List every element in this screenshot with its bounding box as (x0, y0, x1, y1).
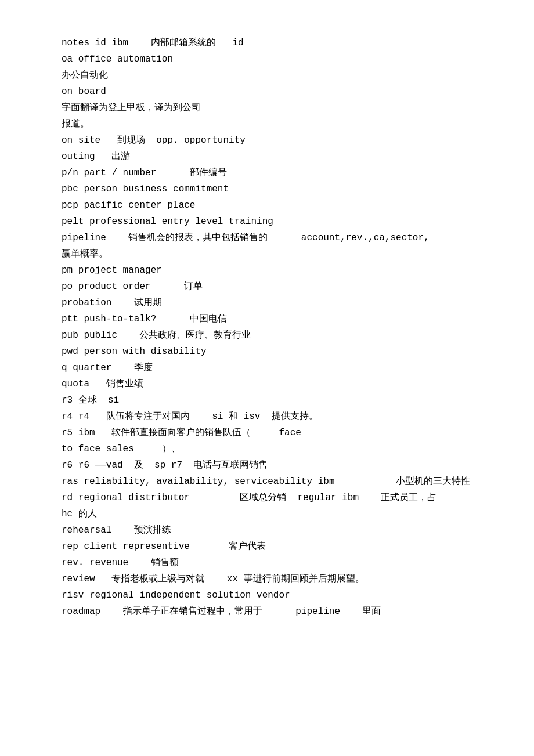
line-27: r6 r6 ――vad 及 sp r7 电话与互联网销售 (62, 457, 488, 473)
line-29: rd regional distributor 区域总分销 regular ib… (62, 490, 488, 506)
line-34: review 专指老板或上级与对就 xx 事进行前期回顾并后期展望。 (62, 571, 488, 587)
line-25: r5 ibm 软件部直接面向客户的销售队伍（ face (62, 425, 488, 441)
line-6: 报道。 (62, 116, 488, 132)
line-20: pwd person with disability (62, 343, 488, 360)
line-7: on site 到现场 opp. opportunity (62, 132, 488, 149)
line-5: 字面翻译为登上甲板，译为到公司 (62, 100, 488, 116)
line-1: notes id ibm 内部邮箱系统的 id (62, 35, 488, 51)
line-8: outing 出游 (62, 149, 488, 165)
line-17: probation 试用期 (62, 295, 488, 311)
line-2: oa office automation (62, 51, 488, 67)
line-36: roadmap 指示单子正在销售过程中，常用于 pipeline 里面 (62, 603, 488, 620)
line-31: rehearsal 预演排练 (62, 522, 488, 538)
line-12: pelt professional entry level training (62, 214, 488, 230)
line-16: po product order 订单 (62, 278, 488, 295)
line-14: 赢单概率。 (62, 246, 488, 262)
line-3: 办公自动化 (62, 67, 488, 84)
line-19: pub public 公共政府、医疗、教育行业 (62, 327, 488, 343)
line-9: p/n part / number 部件编号 (62, 165, 488, 181)
line-4: on board (62, 84, 488, 100)
line-22: quota 销售业绩 (62, 376, 488, 392)
line-35: risv regional independent solution vendo… (62, 587, 488, 603)
line-28: ras reliability, availability, serviceab… (62, 473, 488, 490)
line-23: r3 全球 si (62, 392, 488, 408)
line-10: pbc person business commitment (62, 181, 488, 197)
line-33: rev. revenue 销售额 (62, 555, 488, 571)
line-21: q quarter 季度 (62, 360, 488, 376)
line-32: rep client representive 客户代表 (62, 538, 488, 555)
main-content: notes id ibm 内部邮箱系统的 idoa office automat… (62, 35, 488, 620)
line-18: ptt push-to-talk? 中国电信 (62, 311, 488, 327)
line-11: pcp pacific center place (62, 197, 488, 214)
line-15: pm project manager (62, 262, 488, 278)
line-24: r4 r4 队伍将专注于对国内 si 和 isv 提供支持。 (62, 408, 488, 425)
line-26: to face sales ）、 (62, 441, 488, 457)
line-30: hc 的人 (62, 506, 488, 522)
line-13: pipeline 销售机会的报表，其中包括销售的 account,rev.,ca… (62, 230, 488, 246)
